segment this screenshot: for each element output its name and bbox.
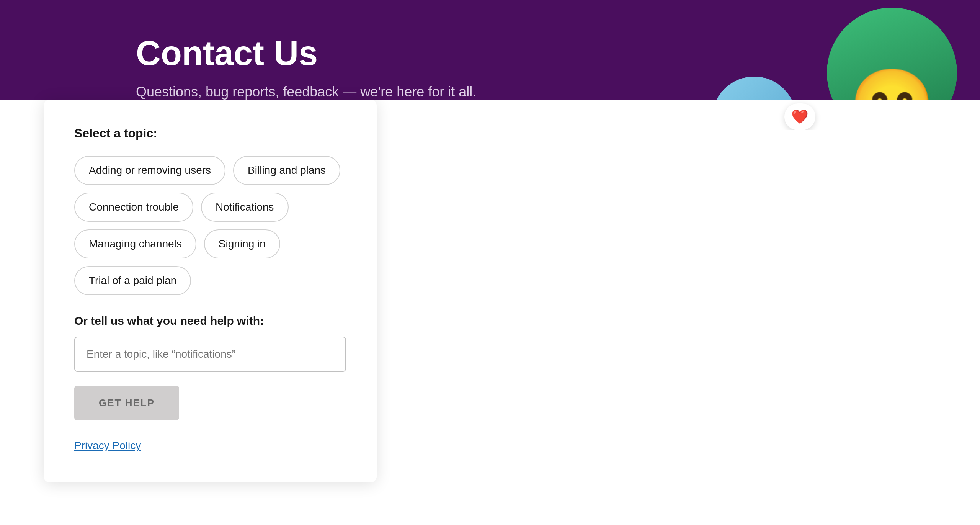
topic-btn-billing-and-plans[interactable]: Billing and plans [233, 156, 340, 185]
topic-btn-adding-removing-users[interactable]: Adding or removing users [74, 156, 225, 185]
select-topic-label: Select a topic: [74, 126, 346, 141]
topic-btn-trial-of-paid-plan[interactable]: Trial of a paid plan [74, 266, 191, 295]
tell-us-label: Or tell us what you need help with: [74, 314, 346, 327]
hero-subtitle: Questions, bug reports, feedback — we're… [136, 84, 980, 100]
topic-btn-connection-trouble[interactable]: Connection trouble [74, 193, 193, 222]
topic-btn-managing-channels[interactable]: Managing channels [74, 229, 196, 258]
main-content: Select a topic: Adding or removing users… [0, 100, 980, 521]
page-title: Contact Us [136, 34, 980, 72]
topic-input[interactable] [74, 337, 346, 372]
topic-btn-signing-in[interactable]: Signing in [204, 229, 280, 258]
topics-grid: Adding or removing users Billing and pla… [74, 156, 346, 295]
get-help-button[interactable]: GET HELP [74, 386, 179, 420]
topic-btn-notifications[interactable]: Notifications [201, 193, 289, 222]
privacy-policy-link[interactable]: Privacy Policy [74, 440, 141, 451]
contact-card: Select a topic: Adding or removing users… [44, 100, 377, 482]
page-wrapper: Contact Us Questions, bug reports, feedb… [0, 0, 980, 525]
